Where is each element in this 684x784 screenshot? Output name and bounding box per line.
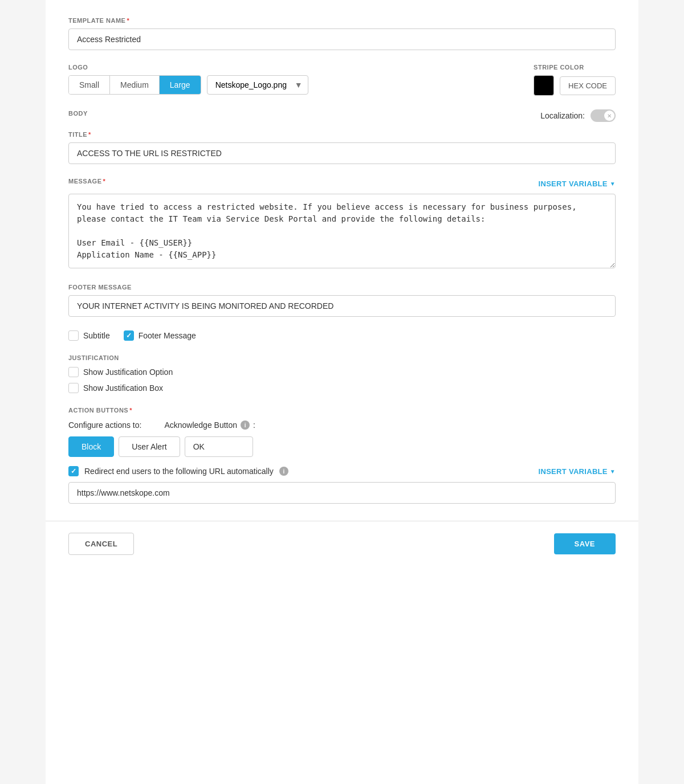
save-button[interactable]: SAVE xyxy=(554,533,616,554)
localization-toggle[interactable]: ✕ xyxy=(591,109,616,122)
message-section: MESSAGE* INSERT VARIABLE ▼ You have trie… xyxy=(68,178,616,270)
logo-size-large[interactable]: Large xyxy=(160,76,201,94)
logo-size-small[interactable]: Small xyxy=(69,76,110,94)
show-justification-option-label: Show Justification Option xyxy=(83,368,173,377)
subtitle-footer-checkboxes: Subtitle Footer Message xyxy=(68,330,616,341)
template-name-input[interactable] xyxy=(68,28,616,50)
template-name-section: TEMPLATE NAME* xyxy=(68,17,616,50)
justification-items: Show Justification Option Show Justifica… xyxy=(68,367,616,393)
show-justification-option-item[interactable]: Show Justification Option xyxy=(68,367,616,377)
action-buttons-section: ACTION BUTTONS* Configure actions to: Ac… xyxy=(68,407,616,504)
action-buttons-label: ACTION BUTTONS* xyxy=(68,407,616,414)
toggle-x-icon: ✕ xyxy=(607,113,612,119)
subtitle-checkbox[interactable] xyxy=(68,330,79,341)
chevron-down-icon: ▼ xyxy=(610,181,616,187)
insert-variable-button[interactable]: INSERT VARIABLE ▼ xyxy=(539,179,616,188)
footer-message-section: FOOTER MESSAGE xyxy=(68,284,616,317)
footer-message-input[interactable] xyxy=(68,295,616,317)
stripe-color-label: STRIPE COLOR xyxy=(534,64,616,71)
action-btns-row: Block User Alert xyxy=(68,436,616,457)
logo-stripe-row: LOGO Small Medium Large Netskope_Logo.pn… xyxy=(68,64,616,96)
title-input[interactable] xyxy=(68,142,616,164)
user-alert-button[interactable]: User Alert xyxy=(119,436,180,457)
footer-bar: CANCEL SAVE xyxy=(46,521,638,566)
localization-label: Localization: xyxy=(540,111,585,120)
footer-message-checkbox-label: Footer Message xyxy=(139,331,196,340)
message-label: MESSAGE* xyxy=(68,178,105,185)
logo-section: LOGO Small Medium Large Netskope_Logo.pn… xyxy=(68,64,499,96)
subtitle-checkbox-item[interactable]: Subtitle xyxy=(68,330,110,341)
message-header: MESSAGE* INSERT VARIABLE ▼ xyxy=(68,178,616,189)
show-justification-box-item[interactable]: Show Justification Box xyxy=(68,383,616,393)
configure-label: Configure actions to: xyxy=(68,420,141,430)
footer-message-checkbox[interactable] xyxy=(124,330,134,341)
hex-code-label[interactable]: HEX CODE xyxy=(560,76,616,95)
subtitle-checkbox-label: Subtitle xyxy=(83,331,110,340)
logo-file-wrapper: Netskope_Logo.png ▼ xyxy=(207,75,308,95)
redirect-label: Redirect end users to the following URL … xyxy=(84,467,274,476)
redirect-url-input[interactable] xyxy=(68,482,616,504)
show-justification-box-checkbox[interactable] xyxy=(68,383,79,393)
stripe-row: HEX CODE xyxy=(534,75,616,96)
color-swatch[interactable] xyxy=(534,75,554,96)
title-label: TITLE* xyxy=(68,131,616,138)
logo-size-group: Small Medium Large xyxy=(68,75,201,95)
justification-label: JUSTIFICATION xyxy=(68,354,616,361)
insert-variable-button-2[interactable]: INSERT VARIABLE ▼ xyxy=(539,467,616,476)
show-justification-box-label: Show Justification Box xyxy=(83,383,163,393)
redirect-checkbox-item[interactable] xyxy=(68,466,79,476)
message-textarea[interactable]: You have tried to access a restricted we… xyxy=(68,194,616,268)
show-justification-option-checkbox[interactable] xyxy=(68,367,79,377)
footer-message-checkbox-item[interactable]: Footer Message xyxy=(124,330,196,341)
configure-row: Configure actions to: Acknowledge Button… xyxy=(68,420,616,430)
localization-row: Localization: ✕ xyxy=(540,109,616,122)
logo-row: Small Medium Large Netskope_Logo.png ▼ xyxy=(68,75,499,95)
redirect-info-icon: i xyxy=(279,467,288,476)
chevron-down-icon-2: ▼ xyxy=(610,468,616,475)
acknowledge-info-icon: i xyxy=(241,420,250,430)
block-button[interactable]: Block xyxy=(68,436,114,457)
justification-section: JUSTIFICATION Show Justification Option … xyxy=(68,354,616,393)
logo-file-select[interactable]: Netskope_Logo.png xyxy=(207,75,308,95)
body-header: BODY Localization: ✕ xyxy=(68,109,616,122)
redirect-checkbox[interactable] xyxy=(68,466,79,476)
footer-message-label: FOOTER MESSAGE xyxy=(68,284,616,291)
acknowledge-input[interactable] xyxy=(185,436,253,457)
logo-size-medium[interactable]: Medium xyxy=(110,76,160,94)
template-name-label: TEMPLATE NAME* xyxy=(68,17,616,24)
body-label: BODY xyxy=(68,110,88,117)
acknowledge-label: Acknowledge Button i : xyxy=(164,420,255,430)
toggle-knob: ✕ xyxy=(604,111,614,121)
cancel-button[interactable]: CANCEL xyxy=(68,533,134,555)
page-wrapper: TEMPLATE NAME* LOGO Small Medium Large N… xyxy=(46,0,638,784)
redirect-left: Redirect end users to the following URL … xyxy=(68,466,288,476)
logo-label: LOGO xyxy=(68,64,499,71)
redirect-row: Redirect end users to the following URL … xyxy=(68,466,616,476)
title-section: TITLE* xyxy=(68,131,616,164)
stripe-section: STRIPE COLOR HEX CODE xyxy=(534,64,616,96)
